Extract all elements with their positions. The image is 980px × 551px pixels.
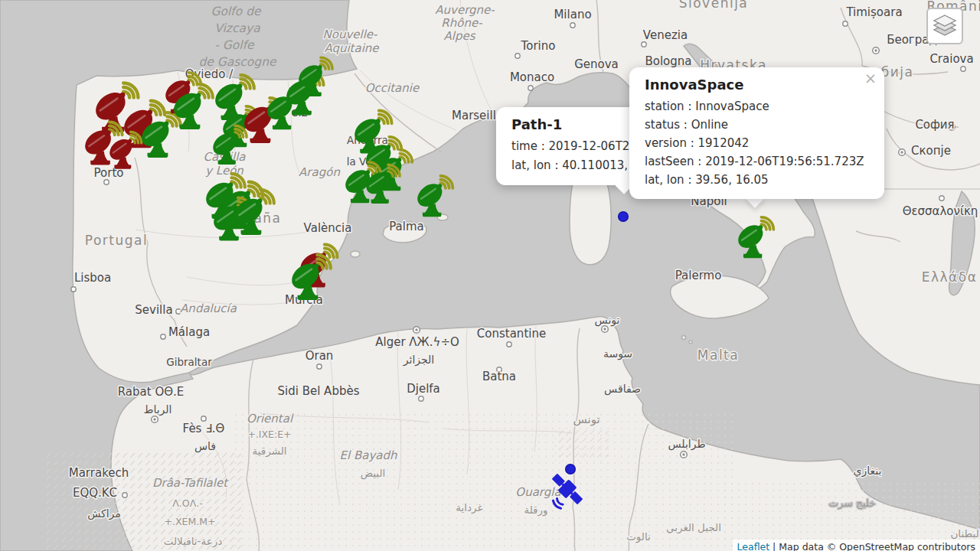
- path-point[interactable]: [566, 465, 576, 474]
- map-label: Lisboa: [74, 271, 111, 285]
- map-label: Gibraltar: [166, 356, 212, 368]
- map-label: Drâa-Tafilalet: [152, 476, 229, 490]
- map-label: Venezia: [643, 28, 688, 42]
- capital-city-dot: [602, 326, 609, 333]
- map-label: Slovenija: [679, 0, 749, 11]
- city-dot: [642, 42, 646, 47]
- map-label: Λ.ΟΛ.-: [172, 497, 202, 509]
- map-label: Sevilla: [135, 303, 172, 317]
- map-label: Oriental: [247, 412, 294, 425]
- map-label: نالوت: [626, 530, 651, 543]
- map-label: +.ΙΧΕ:Ε+: [247, 429, 291, 440]
- map-label: Sidi Bel Abbès: [278, 384, 360, 398]
- city-dot: [961, 67, 965, 71]
- attribution-text: | Map data © OpenStreetMap contributors: [769, 541, 975, 551]
- city-dot: [71, 287, 76, 292]
- map-label: طرابلس: [668, 438, 705, 451]
- popup-line: lastSeen : 2019-12-06T19:56:51.723Z: [645, 152, 869, 171]
- map-label: Vizcaya: [214, 21, 260, 35]
- map-label: Batna: [482, 370, 516, 383]
- layers-control[interactable]: [926, 8, 963, 44]
- map-label: بنغازي: [854, 465, 882, 478]
- popup-line: station : InnovaSpace: [645, 97, 869, 116]
- island-malta-2: [689, 341, 692, 344]
- map-label: Nouvelle-: [323, 28, 378, 41]
- map-label: София: [915, 118, 954, 132]
- map-label: - Golfe: [214, 38, 255, 52]
- layers-icon: [932, 14, 958, 38]
- island-ibiza: [351, 251, 360, 257]
- leaflet-link[interactable]: Leaflet: [737, 541, 770, 551]
- capital-city-dot: [873, 47, 880, 54]
- map-label: Occitanie: [365, 81, 420, 95]
- map-label: صفاقس: [604, 383, 641, 396]
- map-label: бија: [881, 64, 914, 80]
- path-point[interactable]: [619, 212, 629, 222]
- city-dot: [201, 416, 206, 421]
- map-label: تونس: [573, 412, 599, 426]
- popup-innovaspace: × InnovaSpace station : InnovaSpacestatu…: [629, 67, 884, 199]
- map-label: Rabat ΟΘ.Ε: [118, 385, 185, 399]
- capital-city-dot: [413, 327, 420, 334]
- attribution-bar: Leaflet | Map data © OpenStreetMap contr…: [733, 540, 980, 551]
- city-dot: [843, 21, 848, 26]
- map-label: Palermo: [675, 269, 722, 282]
- map-label: ΕQQ.ΚC: [73, 486, 117, 500]
- capital-city-dot: [681, 452, 688, 458]
- map-label: Fès Ⅎ.Θ: [183, 422, 225, 435]
- map-label: València: [304, 221, 352, 235]
- map-label: Djelfa: [407, 382, 440, 396]
- map-label: Timișoara: [845, 5, 902, 19]
- map-label: غرداية: [456, 501, 482, 514]
- map-label: +.ΧΕΜ.Μ+: [165, 516, 216, 527]
- map-label: مراكش: [87, 507, 121, 520]
- map-label: درعة-تافيلالت: [164, 535, 223, 548]
- map-label: Alger ΛЖ.ϟ÷Ο: [375, 335, 459, 349]
- map-label: البطنان: [950, 527, 980, 540]
- map-label: Andalucía: [180, 302, 237, 315]
- map-label: Golfo de: [211, 5, 262, 18]
- island-malta: [682, 336, 686, 340]
- city-dot: [939, 196, 944, 201]
- map-label: Alpes: [444, 29, 476, 43]
- map-label: البيض: [361, 467, 386, 480]
- map-label: Bologna: [645, 54, 691, 68]
- city-dot: [317, 364, 322, 369]
- map-label: Rhône-: [441, 16, 482, 30]
- map-canvas[interactable]: Golfo deVizcaya- Golfede GascogneNouvell…: [0, 0, 980, 551]
- map-label: Monaco: [510, 70, 554, 84]
- map-label: Torino: [521, 39, 556, 53]
- city-dot: [161, 334, 165, 339]
- close-icon[interactable]: ×: [864, 71, 877, 86]
- city-dot: [528, 86, 533, 90]
- map-label: الجبل الغربي: [666, 521, 721, 534]
- map-label: Palma: [389, 220, 424, 233]
- map-label: El Bayadh: [340, 448, 397, 462]
- capital-city-dot: [152, 416, 158, 423]
- popup-line: lat, lon : 39.56, 16.05: [645, 171, 869, 189]
- map-label: Málaga: [168, 325, 210, 339]
- map-label: سوسة: [603, 347, 632, 360]
- map-label: Ελλάδα: [922, 269, 978, 285]
- map-label: الشرقية: [252, 445, 286, 458]
- city-dot: [122, 493, 127, 497]
- map-label: Ouargla: [515, 485, 561, 499]
- city-dot: [419, 396, 423, 401]
- popup-body: × InnovaSpace station : InnovaSpacestatu…: [629, 67, 884, 199]
- map-label: الجزائر: [403, 354, 434, 367]
- map-label: Milano: [554, 8, 591, 21]
- popup-line: status : Online: [645, 116, 869, 134]
- map-label: Auvergne-: [435, 3, 495, 17]
- popup-title: InnovaSpace: [645, 77, 869, 93]
- map-label: Genova: [574, 57, 619, 71]
- map-label: Aquitaine: [324, 41, 380, 55]
- city-dot: [515, 54, 520, 58]
- city-dot: [507, 342, 511, 347]
- capital-city-dot: [899, 149, 906, 156]
- map-label: Malta: [697, 347, 739, 363]
- city-dot: [570, 23, 575, 28]
- map-label: Marrakech: [69, 466, 129, 480]
- map-label: Θεσσαλονίκη: [903, 204, 978, 218]
- map-label: Portugal: [85, 233, 148, 248]
- map-label: الرباط: [144, 403, 172, 416]
